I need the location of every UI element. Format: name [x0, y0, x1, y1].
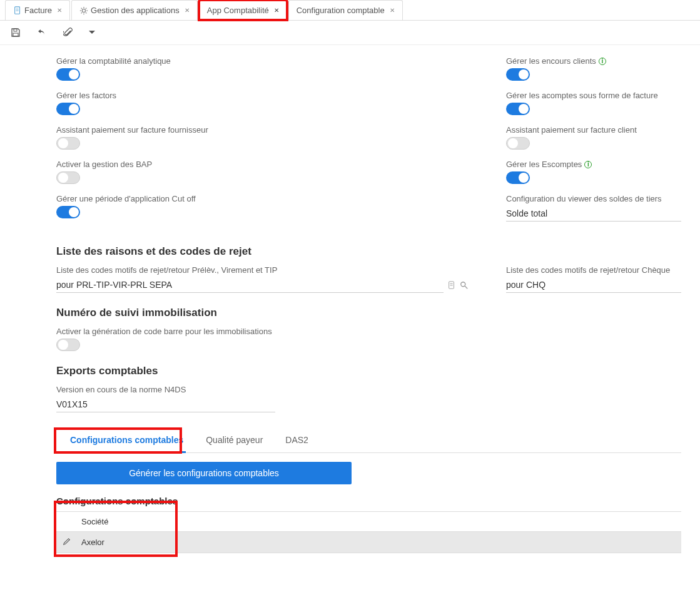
n4ds-field: Version en cours de la norme N4DS V01X15: [56, 385, 275, 412]
field-label: Gérer les encours clients i: [506, 56, 681, 66]
sub-tabs: Configurations comptables Qualité payeur…: [56, 429, 681, 453]
toolbar: [0, 21, 700, 45]
toggle-bap: Activer la gestion des BAP: [56, 160, 469, 184]
info-icon[interactable]: i: [599, 58, 606, 65]
toggle-switch[interactable]: [56, 68, 80, 81]
field-label: Liste des codes motifs de rejet/retour P…: [56, 265, 469, 275]
undo-icon[interactable]: [36, 27, 48, 38]
field-label: Configuration du viewer des soldes de ti…: [506, 194, 681, 203]
tab-label: Facture: [24, 6, 52, 15]
tab-gestion-apps[interactable]: Gestion des applications ✕: [71, 0, 198, 20]
toggle-switch[interactable]: [506, 103, 530, 115]
svg-rect-13: [13, 33, 18, 36]
toggle-client-payment-assist: Assistant paiement sur facture client: [506, 125, 681, 150]
field-label: Gérer la comptabilité analytique: [56, 56, 469, 66]
left-toggle-column: Gérer la comptabilité analytique Gérer l…: [56, 56, 469, 232]
config-grid: Société Axelor: [56, 511, 681, 553]
tab-label: Gestion des applications: [91, 6, 180, 15]
svg-point-17: [461, 282, 465, 286]
toggle-switch[interactable]: [56, 206, 80, 218]
toggle-acomptes-invoice: Gérer les acomptes sous forme de facture: [506, 91, 681, 115]
grid-col-societe[interactable]: Société: [75, 512, 681, 531]
toggle-barcode-immo: Activer la génération de code barre pour…: [56, 327, 681, 351]
field-label: Gérer les factors: [56, 91, 469, 100]
save-icon[interactable]: [10, 27, 21, 38]
gear-icon: [79, 6, 88, 15]
toggle-switch[interactable]: [506, 68, 530, 81]
generate-configs-button[interactable]: Générer les configurations comptables: [56, 462, 352, 484]
field-label: Version en cours de la norme N4DS: [56, 385, 275, 394]
close-icon[interactable]: ✕: [274, 7, 279, 14]
field-label: Liste des codes motifs de rejet/retour C…: [506, 265, 681, 275]
svg-line-11: [86, 8, 86, 8]
section-title-rejet: Liste des raisons et des codes de rejet: [56, 245, 681, 258]
info-icon[interactable]: i: [584, 161, 592, 168]
viewer-config-field: Configuration du viewer des soldes de ti…: [506, 194, 681, 222]
toggle-switch[interactable]: [56, 103, 80, 115]
toggle-switch[interactable]: [56, 339, 80, 351]
doc-icon[interactable]: [447, 281, 456, 290]
viewer-config-value[interactable]: Solde total: [506, 206, 681, 222]
toggle-switch[interactable]: [56, 171, 80, 184]
toggle-switch[interactable]: [56, 137, 80, 150]
top-tabs: Facture ✕ Gestion des applications ✕ App…: [0, 0, 700, 21]
tab-config-comptable[interactable]: Configuration comptable ✕: [288, 0, 403, 20]
search-icon[interactable]: [460, 281, 469, 290]
field-label: Gérer les acomptes sous forme de facture: [506, 91, 681, 100]
section-title-immo: Numéro de suivi immobilisation: [56, 307, 681, 319]
n4ds-value[interactable]: V01X15: [56, 397, 275, 412]
table-row[interactable]: Axelor: [56, 532, 681, 553]
attach-icon[interactable]: [63, 27, 74, 38]
row-societe-name: Axelor: [75, 533, 681, 552]
subtab-config-comptables[interactable]: Configurations comptables: [68, 429, 186, 453]
close-icon[interactable]: ✕: [57, 7, 62, 14]
field-label: Activer la gestion des BAP: [56, 160, 469, 169]
toggle-switch[interactable]: [506, 171, 530, 184]
tab-app-comptabilite[interactable]: App Comptabilité ✕: [199, 0, 287, 20]
right-toggle-column: Gérer les encours clients i Gérer les ac…: [506, 56, 681, 232]
tab-facture[interactable]: Facture ✕: [5, 0, 70, 20]
form-content: Gérer la comptabilité analytique Gérer l…: [0, 45, 700, 572]
toggle-factors: Gérer les factors: [56, 91, 469, 115]
svg-point-3: [82, 9, 85, 12]
subtab-das2[interactable]: DAS2: [283, 429, 311, 452]
field-label: Assistant paiement sur facture client: [506, 125, 681, 135]
rejet-prl-value[interactable]: pour PRL-TIP-VIR-PRL SEPA: [56, 277, 444, 293]
toggle-analytic-accounting: Gérer la comptabilité analytique: [56, 56, 469, 81]
field-label: Assistant paiement sur facture fournisse…: [56, 125, 469, 135]
edit-icon[interactable]: [56, 532, 75, 553]
field-label: Gérer une période d'application Cut off: [56, 194, 469, 203]
toggle-switch[interactable]: [506, 137, 530, 150]
svg-line-9: [86, 13, 86, 13]
grid-header-spacer: [56, 517, 75, 527]
grid-header: Société: [56, 512, 681, 532]
rejet-chq-value[interactable]: pour CHQ: [506, 277, 681, 293]
close-icon[interactable]: ✕: [390, 7, 395, 14]
field-label: Gérer les Escomptes i: [506, 160, 681, 169]
svg-line-18: [465, 285, 467, 288]
subtab-qualite-payeur[interactable]: Qualité payeur: [203, 429, 265, 452]
doc-icon: [13, 6, 22, 15]
toggle-supplier-payment-assist: Assistant paiement sur facture fournisse…: [56, 125, 469, 150]
close-icon[interactable]: ✕: [185, 7, 190, 14]
section-title-exports: Exports comptables: [56, 365, 681, 377]
svg-line-10: [81, 13, 82, 13]
tab-label: App Comptabilité: [207, 6, 269, 15]
toggle-cutoff: Gérer une période d'application Cut off: [56, 194, 469, 218]
toggle-escomptes: Gérer les Escomptes i: [506, 160, 681, 184]
field-label: Activer la génération de code barre pour…: [56, 327, 681, 336]
label-text: Gérer les Escomptes: [506, 160, 582, 169]
svg-line-8: [81, 8, 82, 8]
panel-title-configs: Configurations comptables: [56, 496, 681, 506]
label-text: Gérer les encours clients: [506, 56, 596, 66]
tab-label: Configuration comptable: [297, 6, 385, 15]
toggle-client-outstanding: Gérer les encours clients i: [506, 56, 681, 81]
dropdown-caret-icon[interactable]: [89, 27, 95, 38]
